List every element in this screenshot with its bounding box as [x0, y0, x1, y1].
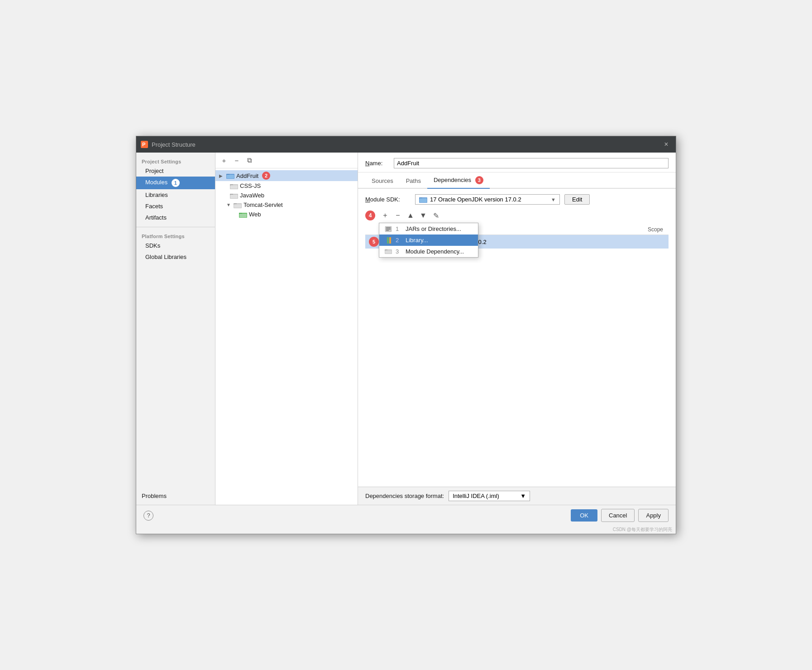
item-num-3: 3	[396, 248, 402, 255]
addfruit-badge: 2	[262, 172, 270, 180]
add-dropdown-menu: 1 JARs or Directories... 2 Library...	[379, 223, 478, 258]
sidebar-item-global-libraries[interactable]: Global Libraries	[136, 251, 215, 263]
svg-rect-4	[227, 175, 234, 178]
tab-paths-label: Paths	[406, 177, 421, 184]
dialog-title: Project Structure	[152, 141, 658, 148]
add-badge: 4	[365, 211, 375, 220]
dropdown-item-module-dep-label: Module Dependency...	[406, 248, 464, 255]
dep-up-button[interactable]: ▲	[405, 210, 416, 221]
tree-area: ▶ AddFruit 2 CSS-JS	[215, 168, 358, 505]
tree-add-button[interactable]: +	[219, 155, 229, 165]
folder-icon-css-js	[230, 183, 238, 189]
name-row: Name:	[358, 153, 676, 172]
svg-rect-16	[239, 214, 247, 217]
svg-rect-19	[420, 198, 427, 202]
dropdown-item-module-dep[interactable]: 3 Module Dependency...	[379, 246, 478, 257]
svg-rect-24	[385, 237, 387, 244]
dep-row-sdk-scope	[619, 235, 669, 249]
tree-node-web-label: Web	[249, 211, 261, 218]
sdk-row: Module SDK: 17 Oracle OpenJDK version 17…	[365, 194, 669, 205]
watermark: CSDN @每天都要学习的阿亮	[136, 526, 676, 534]
bottom-bar: Dependencies storage format: IntelliJ ID…	[358, 487, 676, 505]
tree-node-web[interactable]: Web	[215, 210, 358, 219]
sdk-folder-icon	[419, 196, 427, 203]
close-button[interactable]: ×	[661, 139, 671, 149]
sdk-label: Module SDK:	[365, 196, 411, 203]
dep-remove-button[interactable]: −	[392, 210, 403, 221]
dependencies-badge: 3	[475, 176, 483, 184]
dropdown-item-library-label: Library...	[406, 237, 428, 244]
tab-sources[interactable]: Sources	[365, 174, 400, 189]
svg-rect-25	[387, 237, 389, 244]
sidebar-item-modules-label: Modules	[145, 179, 167, 186]
dropdown-item-library[interactable]: 2 Library...	[379, 234, 478, 246]
name-label: Name:	[365, 160, 390, 167]
library-badge: 5	[369, 237, 379, 247]
sidebar-item-libraries[interactable]: Libraries	[136, 189, 215, 201]
tree-panel: + − ⧉ ▶ AddFruit 2	[215, 153, 358, 505]
title-bar: P Project Structure ×	[136, 136, 676, 153]
module-dep-icon	[385, 249, 392, 255]
sidebar-item-libraries-label: Libraries	[145, 191, 168, 198]
sdk-value: 17 Oracle OpenJDK version 17.0.2	[430, 196, 521, 203]
svg-rect-23	[386, 230, 389, 231]
sidebar-item-project-label: Project	[145, 168, 163, 174]
sidebar-item-artifacts-label: Artifacts	[145, 214, 167, 221]
item-num-1: 1	[396, 225, 402, 232]
project-settings-label: Project Settings	[136, 156, 215, 165]
tree-node-tomcat-label: Tomcat-Servlet	[244, 201, 283, 208]
sidebar-item-modules[interactable]: Modules 1	[136, 177, 215, 189]
tab-dependencies[interactable]: Dependencies 3	[427, 172, 490, 189]
dep-edit-button[interactable]: ✎	[430, 210, 441, 221]
dep-add-button[interactable]: +	[380, 210, 391, 221]
dropdown-item-jars-label: JARs or Directories...	[406, 225, 461, 232]
sidebar-item-artifacts[interactable]: Artifacts	[136, 212, 215, 223]
help-button[interactable]: ?	[143, 511, 153, 521]
tree-toolbar: + − ⧉	[215, 153, 358, 168]
detail-content: Module SDK: 17 Oracle OpenJDK version 17…	[358, 189, 676, 487]
expand-arrow-addfruit: ▶	[219, 173, 226, 178]
tree-node-tomcat-servlet[interactable]: ▼ Tomcat-Servlet	[215, 200, 358, 210]
sdk-select[interactable]: 17 Oracle OpenJDK version 17.0.2 ▼	[415, 194, 560, 205]
svg-rect-21	[386, 227, 391, 228]
dialog-footer: ? OK Cancel Apply	[136, 505, 676, 526]
tab-sources-label: Sources	[372, 177, 393, 184]
sidebar-divider	[136, 227, 215, 227]
dep-scope-header: Scope	[619, 225, 669, 235]
project-structure-dialog: P Project Structure × Project Settings P…	[136, 136, 676, 534]
dep-toolbar: 4 + − ▲ ▼ ✎	[365, 210, 669, 221]
tree-node-addfruit[interactable]: ▶ AddFruit 2	[215, 170, 358, 181]
tree-node-css-js[interactable]: CSS-JS	[215, 181, 358, 191]
tree-remove-button[interactable]: −	[232, 155, 242, 165]
apply-button[interactable]: Apply	[638, 509, 669, 522]
name-input[interactable]	[394, 158, 669, 168]
expand-arrow-tomcat: ▼	[226, 202, 234, 207]
dropdown-item-jars[interactable]: 1 JARs or Directories...	[379, 223, 478, 234]
sdk-dropdown-arrow: ▼	[551, 197, 556, 202]
sidebar-item-facets[interactable]: Facets	[136, 201, 215, 212]
sidebar-item-global-libraries-label: Global Libraries	[145, 254, 186, 260]
sidebar-item-project[interactable]: Project	[136, 165, 215, 177]
sidebar: Project Settings Project Modules 1 Libra…	[136, 153, 215, 505]
svg-rect-7	[230, 185, 238, 189]
ok-button[interactable]: OK	[571, 509, 597, 522]
tree-copy-button[interactable]: ⧉	[244, 155, 254, 165]
storage-label: Dependencies storage format:	[365, 493, 444, 499]
svg-rect-22	[386, 229, 391, 230]
sidebar-item-sdks-label: SDKs	[145, 242, 160, 249]
item-num-2: 2	[396, 237, 402, 244]
sidebar-item-problems[interactable]: Problems	[136, 489, 215, 505]
folder-icon-javaweb	[230, 192, 238, 199]
sidebar-item-sdks[interactable]: SDKs	[136, 240, 215, 251]
tab-dependencies-label: Dependencies	[434, 177, 471, 183]
sdk-edit-button[interactable]: Edit	[564, 194, 590, 205]
tab-paths[interactable]: Paths	[400, 174, 427, 189]
tree-node-javaweb-label: JavaWeb	[240, 192, 264, 199]
storage-value: IntelliJ IDEA (.iml)	[453, 493, 499, 499]
app-icon: P	[141, 141, 148, 148]
cancel-button[interactable]: Cancel	[601, 509, 635, 522]
tree-node-javaweb[interactable]: JavaWeb	[215, 191, 358, 200]
dep-down-button[interactable]: ▼	[418, 210, 429, 221]
folder-icon-web	[239, 211, 247, 218]
storage-select[interactable]: IntelliJ IDEA (.iml) ▼	[449, 491, 530, 501]
